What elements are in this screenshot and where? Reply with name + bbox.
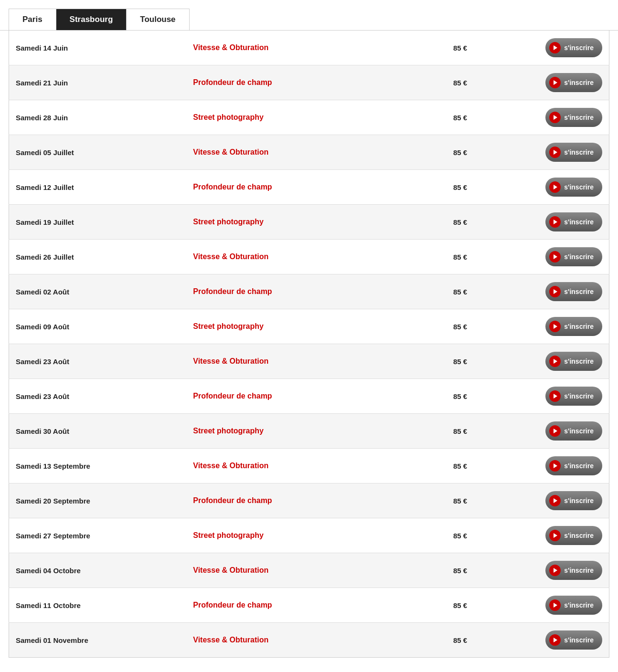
row-register-cell: s'inscrire — [474, 135, 609, 170]
row-date: Samedi 12 Juillet — [9, 170, 187, 205]
row-register-cell: s'inscrire — [474, 449, 609, 483]
row-date: Samedi 09 Août — [9, 309, 187, 344]
row-date: Samedi 23 Août — [9, 379, 187, 414]
register-button-label: s'inscrire — [564, 288, 594, 295]
row-title: Vitesse & Obturation — [186, 623, 406, 658]
register-button[interactable]: s'inscrire — [545, 73, 602, 92]
row-register-cell: s'inscrire — [474, 309, 609, 344]
arrow-icon — [549, 321, 561, 332]
table-row: Samedi 12 JuilletProfondeur de champ85 €… — [9, 170, 609, 205]
register-button[interactable]: s'inscrire — [545, 247, 602, 266]
table-row: Samedi 05 JuilletVitesse & Obturation85 … — [9, 135, 609, 170]
table-row: Samedi 30 AoûtStreet photography85 €s'in… — [9, 414, 609, 449]
register-button[interactable]: s'inscrire — [545, 526, 602, 545]
row-price: 85 € — [406, 483, 474, 518]
arrow-icon — [549, 460, 561, 472]
register-button-label: s'inscrire — [564, 44, 594, 52]
register-button-label: s'inscrire — [564, 497, 594, 504]
row-date: Samedi 26 Juillet — [9, 240, 187, 274]
row-price: 85 € — [406, 31, 474, 65]
row-price: 85 € — [406, 309, 474, 344]
row-date: Samedi 21 Juin — [9, 65, 187, 100]
row-date: Samedi 11 Octobre — [9, 588, 187, 623]
register-button-label: s'inscrire — [564, 148, 594, 156]
register-button-label: s'inscrire — [564, 323, 594, 330]
row-title: Profondeur de champ — [186, 274, 406, 309]
row-register-cell: s'inscrire — [474, 379, 609, 414]
row-register-cell: s'inscrire — [474, 274, 609, 309]
table-row: Samedi 27 SeptembreStreet photography85 … — [9, 518, 609, 553]
tab-toulouse[interactable]: Toulouse — [127, 9, 189, 30]
row-price: 85 € — [406, 170, 474, 205]
register-button[interactable]: s'inscrire — [545, 456, 602, 475]
register-button[interactable]: s'inscrire — [545, 38, 602, 57]
register-button-label: s'inscrire — [564, 636, 594, 644]
row-register-cell: s'inscrire — [474, 65, 609, 100]
register-button[interactable]: s'inscrire — [545, 491, 602, 510]
row-date: Samedi 02 Août — [9, 274, 187, 309]
row-title: Street photography — [186, 309, 406, 344]
register-button[interactable]: s'inscrire — [545, 561, 602, 580]
row-price: 85 € — [406, 449, 474, 483]
row-price: 85 € — [406, 414, 474, 449]
arrow-icon — [549, 565, 561, 576]
row-title: Profondeur de champ — [186, 379, 406, 414]
table-row: Samedi 19 JuilletStreet photography85 €s… — [9, 205, 609, 240]
register-button[interactable]: s'inscrire — [545, 108, 602, 127]
row-title: Street photography — [186, 100, 406, 135]
register-button[interactable]: s'inscrire — [545, 282, 602, 301]
register-button[interactable]: s'inscrire — [545, 387, 602, 406]
table-row: Samedi 04 OctobreVitesse & Obturation85 … — [9, 553, 609, 588]
row-register-cell: s'inscrire — [474, 414, 609, 449]
tab-strasbourg[interactable]: Strasbourg — [56, 9, 127, 30]
register-button[interactable]: s'inscrire — [545, 178, 602, 197]
register-button-label: s'inscrire — [564, 532, 594, 539]
arrow-icon — [549, 356, 561, 367]
register-button[interactable]: s'inscrire — [545, 212, 602, 231]
table-row: Samedi 13 SeptembreVitesse & Obturation8… — [9, 449, 609, 483]
row-date: Samedi 14 Juin — [9, 31, 187, 65]
register-button-label: s'inscrire — [564, 79, 594, 86]
arrow-icon — [549, 251, 561, 262]
row-register-cell: s'inscrire — [474, 205, 609, 240]
register-button[interactable]: s'inscrire — [545, 352, 602, 371]
row-price: 85 € — [406, 100, 474, 135]
table-row: Samedi 02 AoûtProfondeur de champ85 €s'i… — [9, 274, 609, 309]
row-register-cell: s'inscrire — [474, 170, 609, 205]
row-title: Vitesse & Obturation — [186, 31, 406, 65]
row-date: Samedi 30 Août — [9, 414, 187, 449]
register-button[interactable]: s'inscrire — [545, 143, 602, 162]
row-price: 85 € — [406, 344, 474, 379]
row-title: Profondeur de champ — [186, 65, 406, 100]
table-row: Samedi 11 OctobreProfondeur de champ85 €… — [9, 588, 609, 623]
arrow-icon — [549, 599, 561, 611]
arrow-icon — [549, 42, 561, 53]
register-button[interactable]: s'inscrire — [545, 317, 602, 336]
row-title: Vitesse & Obturation — [186, 553, 406, 588]
row-title: Vitesse & Obturation — [186, 344, 406, 379]
row-price: 85 € — [406, 65, 474, 100]
row-date: Samedi 27 Septembre — [9, 518, 187, 553]
arrow-icon — [549, 216, 561, 228]
row-title: Vitesse & Obturation — [186, 135, 406, 170]
row-date: Samedi 05 Juillet — [9, 135, 187, 170]
table-row: Samedi 21 JuinProfondeur de champ85 €s'i… — [9, 65, 609, 100]
arrow-icon — [549, 634, 561, 646]
row-register-cell: s'inscrire — [474, 588, 609, 623]
register-button-label: s'inscrire — [564, 253, 594, 261]
tab-paris[interactable]: Paris — [9, 9, 56, 30]
register-button[interactable]: s'inscrire — [545, 596, 602, 615]
table-row: Samedi 09 AoûtStreet photography85 €s'in… — [9, 309, 609, 344]
row-date: Samedi 13 Septembre — [9, 449, 187, 483]
arrow-icon — [549, 530, 561, 541]
table-row: Samedi 20 SeptembreProfondeur de champ85… — [9, 483, 609, 518]
row-date: Samedi 28 Juin — [9, 100, 187, 135]
row-register-cell: s'inscrire — [474, 344, 609, 379]
row-title: Profondeur de champ — [186, 483, 406, 518]
register-button[interactable]: s'inscrire — [545, 630, 602, 650]
arrow-icon — [549, 425, 561, 437]
register-button[interactable]: s'inscrire — [545, 421, 602, 441]
row-register-cell: s'inscrire — [474, 483, 609, 518]
row-price: 85 € — [406, 588, 474, 623]
row-title: Profondeur de champ — [186, 588, 406, 623]
